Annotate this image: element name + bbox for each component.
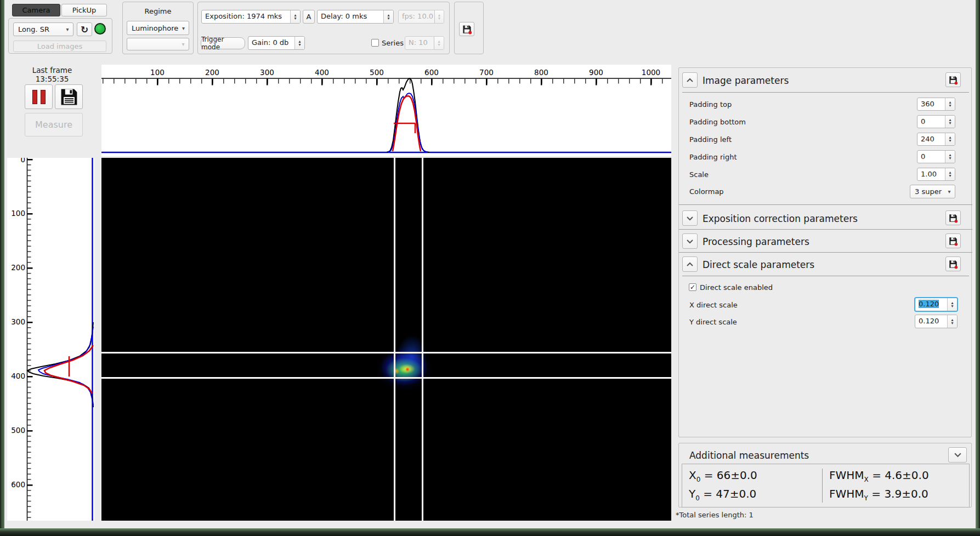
y-tick-label: 400 [11,372,25,380]
padding-right-spinbox[interactable]: 0 ▴▾ [917,150,955,163]
x-direct-scale-spinbox[interactable]: 0.120 ▴▾ [914,297,958,312]
direct-scale-enabled-checkbox[interactable]: ✓ [689,283,696,291]
spinner-arrows[interactable]: ▴▾ [945,151,955,163]
auto-exposition-button[interactable]: A [303,10,315,24]
spinner-arrows[interactable]: ▴▾ [945,116,955,128]
padding-bottom-spinbox[interactable]: 0 ▴▾ [917,115,955,128]
save-exposition-correction-button[interactable] [945,210,961,225]
divider [682,92,969,93]
x-direct-scale-label: X direct scale [689,301,738,309]
divider [679,204,972,205]
x-direct-scale-value: 0.120 [919,300,939,308]
divider [682,276,969,276]
save-image-parameters-button[interactable] [945,72,961,87]
y-direct-scale-value: 0.120 [915,315,947,328]
regime-sub-select[interactable]: ▾ [127,38,189,50]
pause-icon [32,90,46,104]
y-tick-label: 500 [11,426,25,435]
padding-top-value: 360 [917,98,945,110]
camera-select[interactable]: Long. SR ▾ [13,22,73,36]
chevron-down-icon: ▾ [62,26,73,32]
load-images-button[interactable]: Load images [13,41,106,52]
spin-down-icon: ▾ [949,122,951,125]
delay-value: Delay: 0 mks [318,10,383,23]
save-modified-icon [462,24,472,35]
status-led [94,23,106,35]
padding-top-spinbox[interactable]: 360 ▴▾ [917,98,955,111]
tab-camera[interactable]: Camera [12,4,60,16]
spin-down-icon: ▾ [949,139,951,142]
trigger-mode-label: Trigger mode [201,36,245,51]
camera-image-view[interactable] [101,158,671,521]
spin-down-icon: ▾ [949,174,951,178]
x0-measurement: X0 = 66±0.0 [689,469,757,483]
beam-profiler-window: Camera PickUp Long. SR ▾ ↻ Load images R… [0,0,980,536]
tab-pickup-label: PickUp [72,6,97,14]
collapse-image-parameters-button[interactable] [682,72,698,88]
load-images-label: Load images [37,42,83,50]
save-frame-button[interactable] [55,84,83,109]
save-direct-scale-button[interactable] [945,256,961,271]
spin-down-icon: ▾ [298,43,301,47]
y-direct-scale-spinbox[interactable]: 0.120 ▴▾ [915,315,958,328]
tab-pickup[interactable]: PickUp [61,4,107,16]
spin-down-icon: ▾ [949,157,951,160]
gain-spinbox[interactable]: Gain: 0 db ▴▾ [248,36,305,50]
chevron-up-icon [686,78,694,83]
param-label-padding-left: Padding left [689,135,732,144]
param-label-colormap: Colormap [689,187,724,196]
colormap-select[interactable]: 3 super ▾ [910,185,955,198]
spin-down-icon: ▾ [951,322,953,325]
crosshair-hline-top[interactable] [101,352,671,353]
scale-spinbox[interactable]: 1.00 ▴▾ [917,168,955,181]
series-checkbox[interactable] [371,39,379,47]
save-settings-button[interactable] [459,22,474,36]
additional-measurements-title: Additional measurements [689,450,809,461]
crosshair-vline-right[interactable] [422,158,423,521]
horizontal-profile-chart: 100 200 300 400 500 600 700 800 900 1000 [101,65,671,156]
spinner-arrows[interactable]: ▴▾ [945,98,955,110]
section-title-direct-scale: Direct scale parameters [703,259,814,270]
spinner-arrows[interactable]: ▴▾ [947,298,957,311]
collapse-measurements-button[interactable] [948,447,967,463]
fps-spinbox[interactable]: fps: 10.0 ▴▾ [398,10,444,24]
expand-exposition-correction-button[interactable] [682,210,698,226]
horizontal-profile-plot: 100 200 300 400 500 600 700 800 900 1000 [101,65,671,156]
y-tick-label: 0 [20,158,25,164]
exposition-spinbox[interactable]: Exposition: 1974 mks ▴▾ [201,10,301,24]
y-tick-label: 300 [11,317,25,326]
refresh-button[interactable]: ↻ [77,22,92,36]
measure-button[interactable]: Measure [25,113,83,136]
spinner-arrows[interactable]: ▴▾ [294,37,304,49]
spinner-arrows[interactable]: ▴▾ [290,10,300,23]
padding-left-spinbox[interactable]: 240 ▴▾ [917,133,955,146]
crosshair-vline-left[interactable] [394,158,395,521]
additional-measurements-panel: Additional measurements X0 = 66±0.0 Y0 =… [678,443,972,508]
y0-measurement: Y0 = 47±0.0 [689,487,756,502]
expand-processing-button[interactable] [682,233,698,249]
series-length-note: *Total series length: 1 [676,511,754,519]
camera-select-value: Long. SR [14,25,62,33]
profile-curve-black [387,78,429,152]
spinner-arrows[interactable]: ▴▾ [945,133,955,145]
section-title-exposition-correction: Exposition correction parameters [703,213,858,224]
collapse-direct-scale-button[interactable] [682,256,698,272]
save-modified-icon [948,75,958,85]
spinner-arrows[interactable]: ▴▾ [945,168,955,180]
y-tick-label: 600 [11,480,25,489]
chevron-down-icon [954,452,962,458]
pause-button[interactable] [25,84,53,109]
save-processing-button[interactable] [945,233,961,248]
regime-select[interactable]: Luminophore ▾ [127,21,189,35]
direct-scale-enabled-label: Direct scale enabled [700,283,773,292]
chevron-down-icon [686,239,694,244]
save-modified-icon [948,213,958,223]
series-n-spinbox[interactable]: N: 10 ▴▾ [405,36,444,50]
delay-spinbox[interactable]: Delay: 0 mks ▴▾ [317,10,394,24]
crosshair-hline-bottom[interactable] [101,377,671,379]
spinner-arrows[interactable]: ▴▾ [947,315,957,328]
x-tick-label: 900 [589,68,603,77]
spin-down-icon: ▾ [438,43,440,47]
spinner-arrows[interactable]: ▴▾ [383,10,393,23]
trigger-mode-button[interactable]: Trigger mode [201,37,245,49]
